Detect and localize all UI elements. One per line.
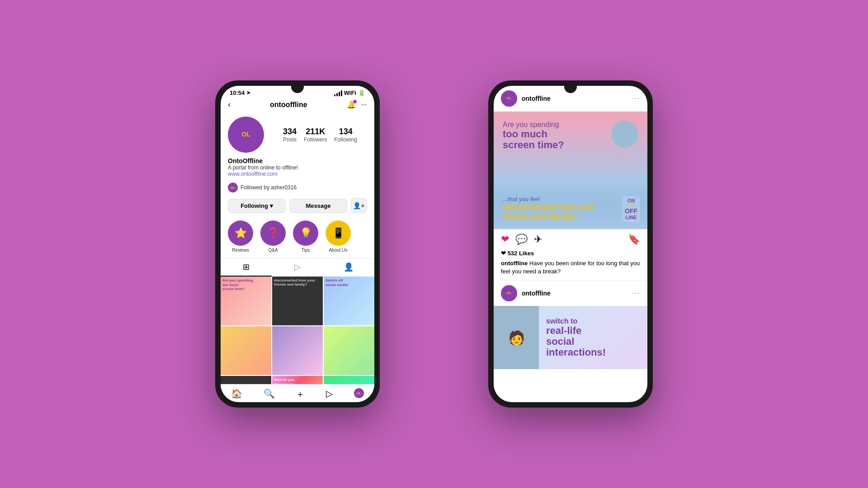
second-post-avatar-logo: OL [506,291,511,296]
bottom-navigation: 🏠 🔍 ＋ ▷ OL [221,384,374,402]
following-label: Following [241,202,268,209]
highlight-reviews-circle: ⭐ [228,221,253,246]
second-post-avatar: OL [501,285,517,301]
more-options-icon[interactable]: ··· [361,101,367,109]
logo-off: OFF [625,207,637,215]
wifi-icon: WiFi [344,89,356,96]
post-avatar-logo: OL [506,97,511,101]
dropdown-icon: ▾ [270,202,273,209]
highlight-reviews[interactable]: ⭐ Reviews [228,221,253,253]
grid-cell-3[interactable]: Switch offsocial media! [324,277,374,325]
following-count: 134 [334,127,357,136]
back-button[interactable]: ‹ [228,100,231,109]
heart-likes-icon: ❤ [501,250,506,257]
highlight-tips[interactable]: 💡 Tips [293,221,318,253]
highlight-qa-circle: ❓ [260,221,286,246]
logo-to: TO [625,203,637,207]
likes-text: 532 Likes [508,250,534,257]
header-action-icons: 🔔 ··· [347,100,367,109]
nav-search[interactable]: 🔍 [264,388,275,400]
time-display: 10:54 [230,89,245,96]
share-button[interactable]: ✈ [534,234,542,245]
second-post-user[interactable]: OL ontoffline [501,285,551,301]
grid-cell-6[interactable] [324,326,374,375]
nav-create[interactable]: ＋ [296,388,305,400]
highlight-qa[interactable]: ❓ Q&A [260,221,286,253]
phone-1: 10:54 ➤ WiFi 🔋 ‹ ontooffline [215,80,380,408]
phone-2: OL ontoffline ··· Are you spending too m… [488,80,653,408]
nav-profile[interactable]: OL [354,388,364,400]
person-icon: 🧑 [508,330,525,346]
follower-avatar: OL [228,183,238,192]
add-person-icon: 👤+ [353,202,364,209]
stats-row: 334 Posts 211K Followers 134 Following [273,127,367,143]
post-line4: disconnected from yourfriends and family… [503,202,638,222]
second-post-header: OL ontoffline ··· [494,280,647,306]
message-button[interactable]: Message [289,199,347,213]
post-avatar: OL [501,90,517,107]
grid-cell-4[interactable] [221,326,271,375]
post-user-info[interactable]: OL ontoffline [501,90,551,107]
highlight-about-circle: 📱 [326,221,351,246]
post-line3: ...that you feel [503,196,638,202]
tab-grid[interactable]: ⊞ [221,258,272,277]
post-grid: Are you spendingtoo muchscreen time? dis… [221,277,374,402]
followed-by-section: OL Followed by asher0316 [221,181,374,196]
phone-2-screen: OL ontoffline ··· Are you spending too m… [494,86,647,402]
highlights-section: ⭐ Reviews ❓ Q&A 💡 Tips [221,217,374,256]
highlight-qa-label: Q&A [268,248,278,253]
battery-icon: 🔋 [358,89,365,96]
posts-label: Posts [283,136,297,143]
stat-following[interactable]: 134 Following [334,127,357,143]
add-person-button[interactable]: 👤+ [351,198,367,213]
second-post-username: ontoffline [522,290,551,297]
highlight-tips-label: Tips [302,248,310,253]
avatar-logo: OL [241,131,250,138]
highlight-about-us[interactable]: 📱 About Us [326,221,351,253]
like-button[interactable]: ❤ [501,234,509,245]
status-icons: WiFi 🔋 [334,89,365,96]
second-post-image: 🧑 switch to real-lifesocialinteractions! [494,306,647,369]
bio-description: A portal from online to offline! [228,164,367,171]
phone-1-screen: 10:54 ➤ WiFi 🔋 ‹ ontooffline [221,86,374,402]
highlight-about-label: About Us [329,248,347,253]
bio-section: OntoOffline A portal from online to offl… [221,156,374,181]
bookmark-button[interactable]: 🔖 [628,234,640,245]
grid-cell-5[interactable] [272,326,323,375]
followers-count: 211K [304,127,327,136]
followers-label: Followers [304,136,327,143]
nav-reels[interactable]: ▷ [326,388,333,400]
second-post-more-options[interactable]: ··· [632,289,640,297]
stat-followers[interactable]: 211K Followers [304,127,327,143]
signal-icon [334,90,342,96]
stat-posts: 334 Posts [283,127,297,143]
post-image: Are you spending too muchscreen time? ..… [494,112,647,229]
post-logo-box: ON TO OFF LINE [622,196,640,222]
location-icon: ➤ [246,90,250,96]
action-buttons-row: Following ▾ Message 👤+ [221,196,374,217]
post-more-options[interactable]: ··· [632,94,640,103]
second-post-line1: switch to [546,317,606,325]
notch-2 [564,80,577,93]
nav-home[interactable]: 🏠 [231,388,242,400]
bio-website[interactable]: www.ontooffline.com [228,171,367,177]
post-logo-area: ON TO OFF LINE [622,196,640,222]
display-name: OntoOffline [228,157,367,164]
grid-cell-2[interactable]: disconnected from yourfriends and family… [272,277,323,325]
highlight-reviews-label: Reviews [232,248,249,253]
following-button[interactable]: Following ▾ [228,199,286,213]
logo-line: LINE [625,215,637,220]
notification-icon[interactable]: 🔔 [347,100,356,109]
tab-reels[interactable]: ▷ [272,258,323,277]
posts-count: 334 [283,127,297,136]
profile-nav-header: ‹ ontooffline 🔔 ··· [221,98,374,113]
notch-1 [291,80,304,93]
grid-cell-1[interactable]: Are you spendingtoo muchscreen time? [221,277,271,325]
tab-tagged[interactable]: 👤 [323,258,374,277]
post-bottom-text: ...that you feel disconnected from yourf… [503,196,638,222]
second-post-left-image: 🧑 [494,306,539,369]
followed-by-text: Followed by asher0316 [241,184,297,191]
following-label: Following [334,136,357,143]
comment-button[interactable]: 💬 [515,234,528,245]
avatar-stats-section: OL 334 Posts 211K Followers 134 Followin… [221,113,374,156]
